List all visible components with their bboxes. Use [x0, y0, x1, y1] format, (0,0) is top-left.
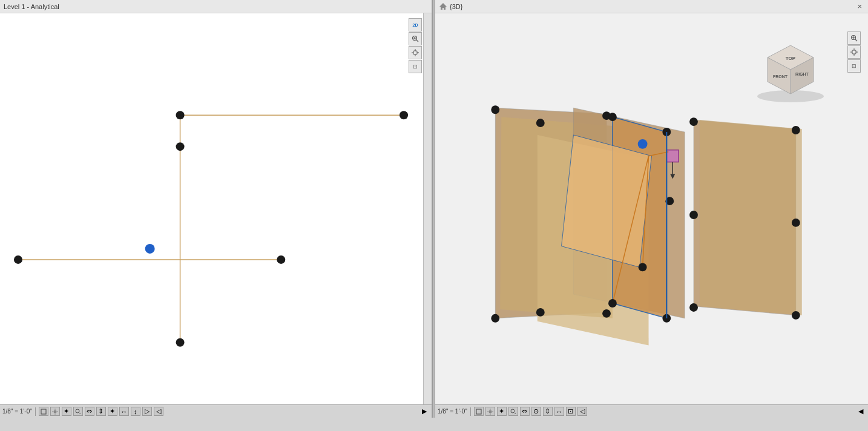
left-canvas-2d: [0, 13, 423, 418]
svg-point-61: [491, 105, 499, 114]
svg-point-55: [638, 139, 648, 149]
svg-point-67: [608, 113, 617, 121]
svg-line-87: [515, 413, 516, 414]
svg-marker-51: [562, 135, 652, 267]
svg-point-22: [53, 410, 56, 413]
svg-rect-4: [413, 51, 417, 54]
svg-rect-41: [852, 50, 856, 54]
right-canvas-3d: TOP FRONT RIGHT ⊡: [435, 13, 868, 418]
tb-btn-sparkle[interactable]: ✦: [108, 407, 117, 416]
svg-point-18: [145, 244, 155, 254]
svg-point-76: [689, 211, 698, 219]
left-panel-title: Level 1 - Analytical: [4, 3, 59, 10]
right-tb-btn-9[interactable]: ⊡: [566, 407, 576, 416]
tb-expand-btn[interactable]: ▶: [419, 407, 429, 416]
svg-point-66: [536, 308, 545, 317]
panel-divider[interactable]: [432, 0, 435, 418]
right-panel-titlebar: {3D} ×: [435, 0, 868, 13]
left-panel-2d: Level 1 - Analytical 2D ⊡: [0, 0, 432, 418]
threed-scene-svg: [435, 13, 868, 418]
svg-point-72: [689, 117, 698, 126]
left-view-tools: 2D ⊡: [409, 18, 422, 73]
view-tool-pan[interactable]: [409, 46, 422, 59]
right-scale-label: 1/8" = 1'-0": [438, 408, 467, 415]
left-panel-titlebar: Level 1 - Analytical: [0, 0, 432, 13]
right-view-tools: ⊡: [847, 31, 861, 73]
svg-point-63: [602, 309, 611, 318]
right-tb-btn-4[interactable]: [508, 407, 518, 416]
svg-point-86: [511, 409, 515, 413]
svg-point-16: [14, 255, 22, 264]
left-scrollbar[interactable]: [423, 13, 432, 418]
left-bottom-toolbar: 1/8" = 1'-0" ✦ ⇔ ⇕ ✦ ↔ ↕ ▷ ◁ ▶: [0, 404, 432, 418]
svg-point-74: [792, 311, 800, 320]
right-tb-btn-8[interactable]: ↔: [554, 407, 564, 416]
right-panel-3d: {3D} × TOP FRO: [435, 0, 868, 418]
home-icon: [439, 2, 447, 12]
svg-line-38: [855, 39, 857, 41]
right-panel-title: {3D}: [450, 3, 462, 10]
right-tb-btn-5[interactable]: ⇔: [520, 407, 530, 416]
svg-point-79: [639, 263, 647, 271]
right-tool-zoom[interactable]: [847, 31, 861, 45]
right-bottom-toolbar: 1/8" = 1'-0" ✦ ⇔ ⊙ ⇕ ↔ ⊡ ◁ ◀: [435, 404, 868, 418]
svg-point-14: [176, 142, 185, 151]
toolbar-sep-1: [35, 407, 36, 416]
tb-btn-arrows[interactable]: ⇔: [85, 407, 94, 416]
right-tb-btn-2[interactable]: [485, 407, 495, 416]
svg-point-73: [792, 126, 800, 134]
svg-point-64: [491, 314, 499, 323]
tb-btn-double-arrow[interactable]: ↔: [119, 407, 129, 416]
right-panel-close-btn[interactable]: ×: [855, 2, 864, 11]
svg-point-13: [399, 111, 408, 119]
view-tool-2d[interactable]: 2D: [409, 18, 422, 31]
right-toolbar-sep: [470, 407, 471, 416]
right-tb-btn-1[interactable]: [474, 407, 484, 416]
tb-btn-filter[interactable]: ▷: [142, 407, 152, 416]
svg-rect-21: [41, 409, 46, 414]
svg-point-77: [792, 219, 800, 227]
left-scale-label: 1/8" = 1'-0": [2, 408, 32, 415]
svg-line-1: [416, 40, 418, 42]
tb-btn-arr2[interactable]: ⇕: [96, 407, 106, 416]
right-tool-fit[interactable]: ⊡: [847, 59, 861, 73]
right-tb-btn-7[interactable]: ⇕: [543, 407, 553, 416]
right-tb-btn-3[interactable]: ✦: [497, 407, 507, 416]
right-tb-expand-btn[interactable]: ◀: [856, 407, 866, 416]
right-tb-btn-10[interactable]: ◁: [577, 407, 587, 416]
svg-point-81: [488, 410, 492, 413]
svg-point-65: [536, 119, 545, 127]
view-tool-fit[interactable]: ⊡: [409, 60, 422, 73]
tb-btn-nav[interactable]: ◁: [154, 407, 163, 416]
svg-point-12: [176, 111, 185, 119]
tb-btn-star[interactable]: ✦: [62, 407, 71, 416]
tb-btn-square[interactable]: [39, 407, 48, 416]
svg-point-15: [176, 338, 185, 347]
svg-rect-80: [476, 409, 481, 414]
svg-point-27: [76, 409, 79, 413]
svg-line-28: [79, 413, 81, 414]
app-window: Level 1 - Analytical 2D ⊡: [0, 0, 868, 431]
svg-marker-60: [700, 120, 802, 315]
tb-btn-pin[interactable]: ↕: [131, 407, 140, 416]
tb-btn-sun[interactable]: [50, 407, 60, 416]
analytical-svg: [0, 13, 423, 418]
tb-btn-zoom2[interactable]: [73, 407, 83, 416]
view-tool-zoom[interactable]: [409, 32, 422, 45]
svg-point-75: [689, 303, 698, 312]
right-tb-btn-6[interactable]: ⊙: [531, 407, 541, 416]
svg-point-17: [277, 255, 285, 264]
right-tool-pan[interactable]: [847, 45, 861, 59]
svg-marker-29: [439, 3, 447, 10]
svg-point-70: [608, 299, 617, 308]
